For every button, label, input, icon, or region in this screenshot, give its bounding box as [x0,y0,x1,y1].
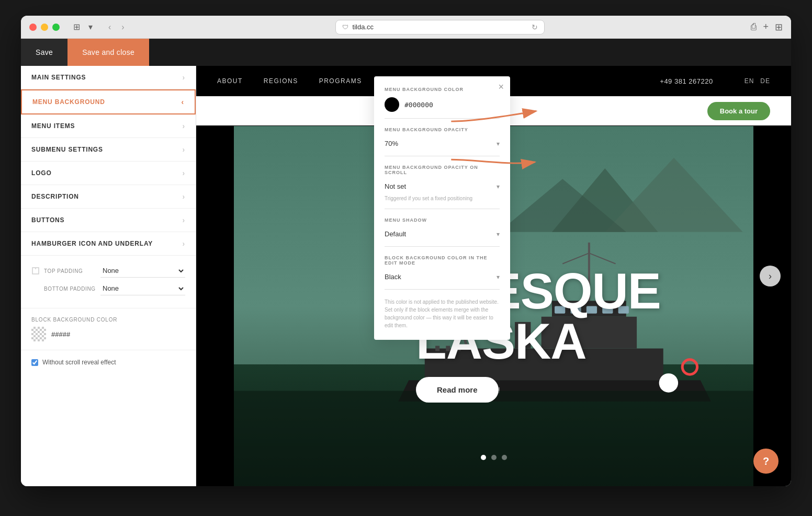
window-controls: ⊞ ▾ [70,21,96,33]
nav2-phone: +49 381 267220 [633,107,686,115]
nav-item-regions[interactable]: REGIONS [264,77,298,85]
traffic-lights [29,24,60,31]
hero-next-button[interactable]: › [760,266,781,286]
svg-point-27 [659,373,678,392]
block-bg-label: BLOCK BACKGROUND COLOR [31,317,185,323]
menu-bg-color-hex: #000000 [404,101,433,109]
close-traffic-light[interactable] [29,24,37,31]
sidebar-item-label: Menu Items [31,122,75,130]
back-button[interactable]: ‹ [104,21,115,33]
arrow-icon: › [183,122,185,130]
nav-item-programs[interactable]: PROGRAMS [319,77,362,85]
settings-sidebar: Main Settings › Menu Background ‹ Menu I… [21,66,196,486]
nav-phone: +49 381 267220 [660,77,713,85]
nav-item-about[interactable]: ABOUT [217,77,243,85]
menu-bg-color-label: MENU BACKGROUND COLOR [385,87,500,92]
opacity-hint: Triggered if you set a fixed positioning [385,194,500,202]
next-arrow-icon: › [769,271,772,282]
nav-arrows: ‹ › [104,21,129,33]
menu-shadow-label: MENU SHADOW [385,217,500,223]
sidebar-item-submenu-settings[interactable]: Submenu Settings › [21,138,196,162]
sidebar-item-label: Hamburger Icon and Underlay [31,240,153,247]
sidebar-item-buttons[interactable]: Buttons › [21,209,196,232]
nav-langs: EN DE [745,77,770,85]
block-bg-swatch[interactable] [31,327,46,341]
block-bg-edit-row: Black White Gray Dark Gray ▾ [385,271,500,290]
bottom-padding-label: BOTTOM PADDING [44,286,96,292]
menu-settings-popup: × MENU BACKGROUND COLOR #000000 MENU BAC… [374,76,510,340]
reload-icon[interactable]: ↻ [532,23,538,31]
arrow-icon: › [183,192,185,201]
bottom-padding-select[interactable]: None Small Medium Large [100,282,185,295]
lang-de[interactable]: DE [760,77,770,85]
address-bar[interactable]: 🛡 tilda.cc ↻ [335,20,545,35]
sidebar-item-hamburger[interactable]: Hamburger Icon and Underlay › [21,232,196,256]
sidebar-item-description[interactable]: Description › [21,185,196,209]
menu-bg-opacity-row: 70% 0% 10% 20% 30% 40% 50% 60% 80% 90% 1… [385,137,500,156]
sidebar-item-label: Main Settings [31,74,86,81]
main-area: Main Settings › Menu Background ‹ Menu I… [21,66,791,486]
sidebar-item-menu-background[interactable]: Menu Background ‹ [21,89,196,114]
padding-section: TOP PADDING None Small Medium Large BOTT… [21,256,196,308]
grid-button[interactable]: ⊞ [775,21,783,33]
scroll-reveal-section: Without scroll reveal effect [21,350,196,374]
dot-3[interactable] [502,455,507,460]
block-bg-color-row[interactable]: ##### [31,327,185,341]
minimize-traffic-light[interactable] [41,24,48,31]
expand-button[interactable]: ▾ [85,21,96,33]
menu-bg-opacity-select[interactable]: 70% 0% 10% 20% 30% 40% 50% 60% 80% 90% 1… [385,137,500,150]
menu-bg-opacity-label: MENU BACKGROUND OPACITY [385,127,500,132]
sidebar-item-label: Submenu Settings [31,146,103,153]
menu-bg-color-row[interactable]: #000000 [385,97,500,119]
address-bar-wrap: 🛡 tilda.cc ↻ [135,20,745,35]
popup-close-button[interactable]: × [498,82,504,93]
editor-toolbar: Save Save and close [21,39,791,66]
edit-mode-hint: This color is not applied to the publish… [385,298,500,329]
dot-1[interactable] [481,455,486,460]
block-bg-section: BLOCK BACKGROUND COLOR ##### [21,308,196,350]
preview-area: TATCHU [196,66,791,486]
arrow-icon: › [183,239,185,248]
save-button[interactable]: Save [21,39,67,66]
top-padding-select[interactable]: None Small Medium Large [100,264,185,278]
browser-titlebar: ⊞ ▾ ‹ › 🛡 tilda.cc ↻ ⎙ + ⊞ [21,16,791,39]
read-more-button[interactable]: Read more [416,377,499,403]
scroll-reveal-label: Without scroll reveal effect [42,359,116,366]
sidebar-item-main-settings[interactable]: Main Settings › [21,66,196,89]
sidebar-item-menu-items[interactable]: Menu Items › [21,114,196,138]
block-bg-edit-label: BLOCK BACKGROUND COLOR IN THE EDIT MODE [385,255,500,266]
help-button[interactable]: ? [753,449,779,474]
menu-opacity-scroll-row: Not set 0% 10% 20% 50% 100% ▾ Triggered … [385,180,500,209]
block-bg-value: ##### [51,330,70,338]
arrow-icon: › [183,169,185,177]
hero-dots [481,455,507,460]
block-bg-edit-select[interactable]: Black White Gray Dark Gray [385,271,500,283]
sidebar-item-label: Buttons [31,216,64,224]
lang-en[interactable]: EN [745,77,754,85]
arrow-icon: ‹ [182,98,184,106]
new-tab-button[interactable]: + [763,21,769,32]
svg-rect-26 [234,391,753,486]
menu-opacity-scroll-select[interactable]: Not set 0% 10% 20% 50% 100% [385,180,500,192]
maximize-traffic-light[interactable] [52,24,60,31]
menu-bg-color-swatch[interactable] [385,97,399,112]
save-close-button[interactable]: Save and close [67,39,149,66]
sidebar-toggle-button[interactable]: ⊞ [70,21,83,33]
dot-2[interactable] [491,455,497,460]
browser-actions: ⎙ + ⊞ [751,21,783,33]
menu-shadow-select[interactable]: Default None Small Medium Large [385,228,500,240]
menu-shadow-row: Default None Small Medium Large ▾ [385,228,500,247]
forward-button[interactable]: › [117,21,128,33]
arrow-icon: › [183,216,185,224]
scroll-reveal-checkbox[interactable] [31,359,38,366]
arrow-icon: › [183,73,185,82]
padding-icon [31,267,40,275]
sidebar-item-label: Logo [31,169,52,177]
top-padding-label: TOP PADDING [44,268,96,274]
sidebar-item-label: Menu Background [32,98,105,106]
scroll-reveal-row[interactable]: Without scroll reveal effect [31,359,185,366]
book-tour-button[interactable]: Book a tour [707,102,770,120]
share-button[interactable]: ⎙ [751,21,757,32]
sidebar-item-logo[interactable]: Logo › [21,162,196,185]
menu-opacity-scroll-label: MENU BACKGROUND OPACITY ON SCROLL [385,165,500,175]
